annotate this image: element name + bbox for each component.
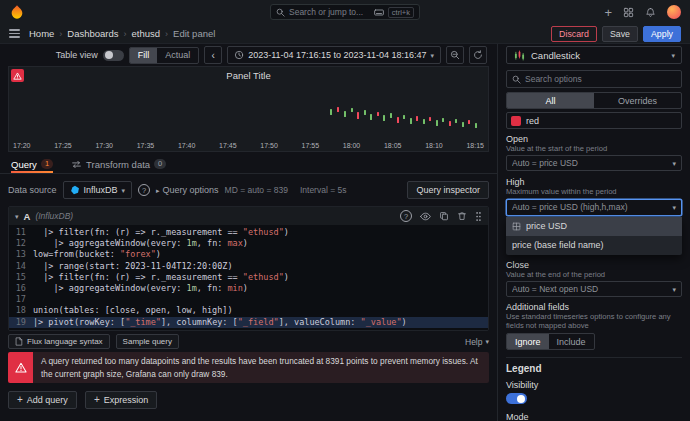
query-help-icon[interactable]: ? <box>400 210 412 222</box>
time-range-text: 2023-11-04 17:16:15 to 2023-11-04 18:16:… <box>248 50 426 60</box>
topbar-icons: + <box>604 5 681 19</box>
code-line[interactable]: 18union(tables: [close, open, low, high]… <box>9 305 488 316</box>
fill-option[interactable]: Fill <box>130 48 158 63</box>
remove-query-trash-icon[interactable] <box>457 211 467 221</box>
apps-icon[interactable] <box>623 7 634 18</box>
query-ref-id: A <box>24 211 31 222</box>
tab-transform-data[interactable]: Transform data 0 <box>71 155 166 173</box>
viz-type-picker[interactable]: Candlestick ▾ <box>506 46 682 64</box>
candle <box>442 118 444 122</box>
drag-handle-grip-icon[interactable] <box>475 211 482 222</box>
code-line[interactable]: 19|> pivot(rowKey: ["_time"], columnKey:… <box>9 317 488 328</box>
editor-tabs: Query 1 Transform data 0 <box>0 155 497 174</box>
code-line[interactable]: 11 |> filter(fn: (r) => r._measurement =… <box>9 227 488 238</box>
legend-visibility-toggle[interactable] <box>506 393 527 404</box>
search-icon <box>276 8 285 17</box>
panel-error-icon[interactable] <box>11 69 24 82</box>
open-field-select[interactable]: Auto = price USD ▾ <box>506 155 682 171</box>
additional-fields-desc: Use standard timeseries options to confi… <box>506 313 682 330</box>
grafana-logo-icon[interactable] <box>9 4 25 20</box>
actual-option[interactable]: Actual <box>157 48 198 63</box>
nav-bar: Home › Dashboards › ethusd › Edit panel … <box>0 24 690 44</box>
candle <box>403 115 405 119</box>
color-value: red <box>526 116 539 126</box>
breadcrumb-home[interactable]: Home <box>29 28 54 39</box>
time-shift-back-button[interactable]: ‹ <box>204 46 222 64</box>
add-icon[interactable]: + <box>604 6 612 19</box>
high-field-dropdown-menu: price USD price (base field name) <box>506 217 682 255</box>
tab-overrides[interactable]: Overrides <box>594 93 681 108</box>
max-datapoints-summary: MD = auto = 839 <box>225 185 288 195</box>
legend-section-title: Legend <box>506 363 682 374</box>
code-line[interactable]: 17 <box>9 294 488 305</box>
datasource-help-icon[interactable]: ? <box>138 184 150 196</box>
code-line[interactable]: 14 |> range(start: 2023-11-04T12:20:00Z) <box>9 261 488 272</box>
search-input[interactable]: Search or jump to... ctrl+k <box>270 4 420 20</box>
query-options-expander[interactable]: ▸ Query options <box>156 185 219 195</box>
query-options-summary: MD = auto = 839 Interval = 5s <box>225 185 347 195</box>
refresh-button[interactable] <box>469 46 487 64</box>
breadcrumb-edit-panel: Edit panel <box>173 28 215 39</box>
apply-button[interactable]: Apply <box>643 26 681 42</box>
menu-option-price-usd[interactable]: price USD <box>506 217 682 236</box>
duplicate-query-icon[interactable] <box>439 211 449 221</box>
chevron-right-icon: › <box>165 29 168 39</box>
include-option[interactable]: Include <box>549 334 594 349</box>
color-field[interactable]: red <box>506 112 682 129</box>
search-placeholder: Search or jump to... <box>289 7 370 17</box>
options-search-input[interactable]: Search options <box>506 70 682 88</box>
panel-toolbar: Table view Fill Actual ‹ 2023-11-04 17:1… <box>0 44 497 66</box>
zoom-out-button[interactable] <box>446 46 464 64</box>
table-view-toggle[interactable] <box>103 50 124 61</box>
add-expression-button[interactable]: + Expression <box>85 391 157 409</box>
query-warning-alert: A query returned too many datapoints and… <box>8 352 489 383</box>
x-tick: 18:10 <box>425 142 443 149</box>
collapse-chevron-icon[interactable]: ▾ <box>15 213 19 220</box>
code-lines[interactable]: 11 |> filter(fn: (r) => r._measurement =… <box>9 225 488 330</box>
panel-preview[interactable]: Panel Title 17:2017:2517:3017:3517:4017:… <box>8 66 489 152</box>
add-query-button[interactable]: + Add query <box>8 391 77 409</box>
transform-count-badge: 0 <box>154 159 166 169</box>
ignore-option[interactable]: Ignore <box>507 334 549 349</box>
code-line[interactable]: 13low=from(bucket: "forex") <box>9 249 488 260</box>
high-field-select[interactable]: Auto = price USD (high,h,max) ▾ <box>506 199 682 216</box>
avatar[interactable] <box>667 5 681 19</box>
influxdb-icon <box>70 185 80 195</box>
discard-button[interactable]: Discard <box>551 26 597 42</box>
datasource-select[interactable]: InfluxDB ▾ <box>63 181 133 199</box>
query-inspector-button[interactable]: Query inspector <box>407 181 489 199</box>
time-range-picker[interactable]: 2023-11-04 17:16:15 to 2023-11-04 18:16:… <box>227 46 441 64</box>
tab-all[interactable]: All <box>507 93 594 108</box>
x-tick: 18:05 <box>384 142 402 149</box>
code-line[interactable]: 15 |> filter(fn: (r) => r._measurement =… <box>9 272 488 283</box>
menu-option-price-base[interactable]: price (base field name) <box>506 236 682 255</box>
flux-syntax-button[interactable]: Flux language syntax <box>8 334 110 349</box>
clock-icon <box>234 50 244 60</box>
candle <box>449 121 451 126</box>
bell-icon[interactable] <box>645 7 656 18</box>
query-editor-header[interactable]: ▾ A (InfluxDB) ? <box>9 207 488 225</box>
keyboard-icon <box>374 9 384 16</box>
breadcrumb-dashboards[interactable]: Dashboards <box>67 28 118 39</box>
color-swatch[interactable] <box>511 116 521 126</box>
options-sidebar: Candlestick ▾ Search options All Overrid… <box>497 44 690 421</box>
menu-toggle-icon[interactable] <box>9 27 20 39</box>
save-button[interactable]: Save <box>602 26 638 42</box>
code-line[interactable]: 16 |> aggregateWindow(every: 1m, fn: min… <box>9 283 488 294</box>
hide-response-eye-icon[interactable] <box>420 212 431 221</box>
options-search-placeholder: Search options <box>525 74 582 84</box>
candle <box>390 113 392 118</box>
x-tick: 17:30 <box>95 142 113 149</box>
code-line[interactable]: 12 |> aggregateWindow(every: 1m, fn: max… <box>9 238 488 249</box>
candle <box>455 119 457 123</box>
open-field-label: Open <box>506 134 682 144</box>
breadcrumb-dashboard-name[interactable]: ethusd <box>132 28 161 39</box>
x-tick: 17:25 <box>54 142 72 149</box>
close-field-select[interactable]: Auto = Next open USD ▾ <box>506 281 682 297</box>
tab-query[interactable]: Query 1 <box>11 155 53 173</box>
datasource-value: InfluxDB <box>84 185 118 195</box>
panel-actions: Discard Save Apply <box>551 26 681 42</box>
sample-query-button[interactable]: Sample query <box>116 334 179 349</box>
sample-query-label: Sample query <box>123 337 172 346</box>
help-link[interactable]: Help ▾ <box>465 337 489 347</box>
